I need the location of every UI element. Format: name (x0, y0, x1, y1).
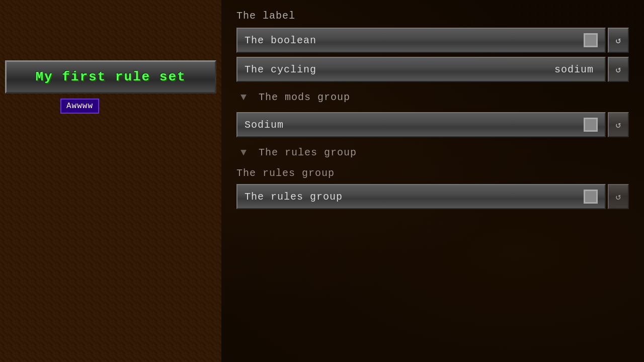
rules-group-checkbox[interactable] (584, 190, 598, 204)
sodium-checkbox[interactable] (584, 118, 598, 132)
mods-filter-icon: ▼ (240, 92, 247, 103)
boolean-row: The boolean ↺ (236, 28, 629, 53)
cycling-row: The cycling sodium ↺ (236, 57, 629, 82)
tooltip-bubble: Awwww (60, 99, 99, 114)
left-panel: My first rule set Awwww (0, 0, 221, 362)
rules-group-row-label: The rules group (245, 191, 584, 203)
top-label: The label (236, 10, 629, 22)
sodium-label: Sodium (245, 119, 584, 131)
sodium-row-main[interactable]: Sodium (236, 112, 606, 137)
mods-group-label: The mods group (259, 92, 350, 103)
cycling-row-main[interactable]: The cycling sodium (236, 57, 606, 82)
cycling-reset-icon: ↺ (616, 64, 621, 75)
boolean-reset-icon: ↺ (616, 35, 621, 46)
ruleset-button-label: My first rule set (35, 69, 186, 84)
cycling-reset-button[interactable]: ↺ (608, 57, 629, 82)
sodium-reset-button[interactable]: ↺ (608, 112, 629, 137)
tooltip-text: Awwww (66, 102, 93, 111)
sodium-row: Sodium ↺ (236, 112, 629, 137)
rules-group-row-main[interactable]: The rules group (236, 184, 606, 209)
rules-filter-icon: ▼ (240, 147, 247, 158)
sodium-reset-icon: ↺ (616, 119, 621, 130)
boolean-row-main[interactable]: The boolean (236, 28, 606, 53)
boolean-label: The boolean (245, 35, 584, 46)
right-panel: The label The boolean ↺ The cycling sodi… (221, 0, 644, 362)
rules-group-row: The rules group ↺ (236, 184, 629, 209)
ruleset-button[interactable]: My first rule set (5, 60, 216, 94)
cycling-value: sodium (554, 64, 594, 75)
rules-section-label: The rules group (236, 167, 629, 179)
rules-group-reset-button[interactable]: ↺ (608, 184, 629, 209)
cycling-label: The cycling (245, 64, 554, 75)
rules-group-reset-icon: ↺ (616, 191, 621, 202)
boolean-reset-button[interactable]: ↺ (608, 28, 629, 53)
rules-group-separator: ▼ The rules group (236, 141, 629, 163)
rules-group-separator-label: The rules group (259, 147, 357, 158)
mods-group-row: ▼ The mods group (236, 86, 629, 108)
boolean-checkbox[interactable] (584, 33, 598, 47)
